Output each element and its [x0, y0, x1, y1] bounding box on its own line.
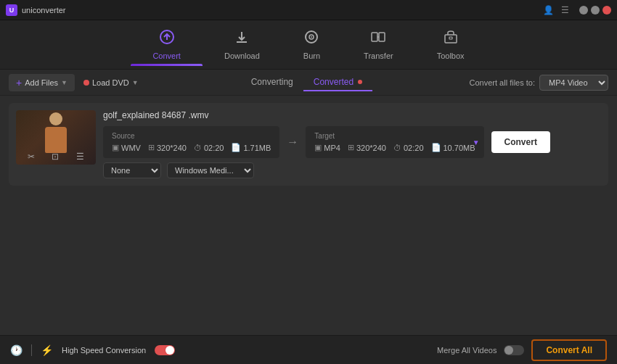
merge-toggle-knob — [504, 346, 513, 355]
target-file-icon: 📄 — [431, 143, 441, 152]
nav-item-burn[interactable]: Burn — [282, 23, 342, 66]
bottom-right: Merge All Videos Convert All — [437, 339, 607, 361]
target-resolution-icon: ⊞ — [348, 143, 354, 152]
nav-item-transfer[interactable]: Transfer — [342, 23, 415, 66]
svg-point-3 — [311, 36, 312, 38]
nav-label-download: Download — [224, 51, 260, 60]
title-bar: U uniconverter 👤 ☰ — [0, 0, 617, 20]
effects-icon[interactable]: ☰ — [76, 152, 84, 162]
window-controls — [579, 6, 611, 15]
nav-item-convert[interactable]: Convert — [131, 23, 203, 66]
dvd-dot-icon — [83, 80, 89, 86]
converted-dot — [358, 80, 362, 84]
target-duration: ⏱ 02:20 — [393, 144, 424, 152]
tab-converting[interactable]: Converting — [241, 74, 303, 91]
file-icon: 📄 — [231, 143, 241, 152]
target-format-icon: ▣ — [314, 143, 322, 152]
source-box: Source ▣ WMV ⊞ 320*240 ⏱ 02:20 — [103, 126, 279, 158]
clock-icon: ⏱ — [194, 144, 202, 152]
source-duration: ⏱ 02:20 — [194, 144, 224, 152]
source-label: Source — [112, 132, 271, 140]
maximize-button[interactable] — [591, 6, 600, 15]
tab-converted[interactable]: Converted — [303, 74, 373, 91]
transfer-icon — [370, 29, 386, 49]
merge-label: Merge All Videos — [437, 346, 497, 355]
arrow-icon: → — [287, 136, 298, 149]
toolbox-icon — [443, 29, 459, 49]
bottom-left: 🕐 ⚡ High Speed Conversion — [10, 344, 175, 356]
file-name: golf_explained 84687 .wmv — [103, 110, 601, 120]
divider — [31, 344, 32, 356]
nav-label-convert: Convert — [152, 51, 181, 60]
user-icon[interactable]: 👤 — [543, 5, 554, 15]
convert-button[interactable]: Convert — [491, 131, 550, 153]
download-icon — [234, 29, 250, 49]
close-button[interactable] — [602, 6, 611, 15]
load-dvd-button[interactable]: Load DVD ▼ — [78, 75, 144, 90]
resolution-icon: ⊞ — [148, 143, 155, 152]
target-format: ▣ MP4 — [314, 143, 340, 152]
file-info: golf_explained 84687 .wmv Source ▣ WMV ⊞… — [103, 110, 601, 178]
title-bar-right: 👤 ☰ — [543, 5, 611, 15]
nav-item-toolbox[interactable]: Toolbox — [415, 23, 486, 66]
nav-label-burn: Burn — [303, 51, 320, 60]
thumbnail-tools: ✂ ⊡ ☰ — [16, 152, 96, 162]
thumbnail: ✂ ⊡ ☰ — [16, 110, 96, 165]
speed-toggle[interactable] — [155, 345, 175, 355]
svg-rect-7 — [449, 37, 452, 39]
target-label: Target — [314, 132, 475, 140]
schedule-icon[interactable]: 🕐 — [10, 344, 23, 356]
nav-label-transfer: Transfer — [364, 51, 393, 60]
title-bar-left: U uniconverter — [6, 4, 66, 16]
nav-item-download[interactable]: Download — [203, 23, 282, 66]
crop-icon[interactable]: ⊡ — [52, 152, 59, 162]
menu-icon[interactable]: ☰ — [561, 5, 569, 15]
format-select[interactable]: MP4 Video MOV Video AVI Video MKV Video — [539, 75, 608, 91]
main-content: ✂ ⊡ ☰ golf_explained 84687 .wmv Source ▣… — [0, 96, 617, 335]
add-files-button[interactable]: + Add Files ▼ — [9, 74, 75, 91]
svg-rect-5 — [379, 33, 385, 41]
add-files-chevron: ▼ — [61, 79, 68, 86]
minimize-button[interactable] — [579, 6, 588, 15]
source-format: ▣ WMV — [112, 143, 141, 152]
app-name: uniconverter — [22, 6, 66, 15]
burn-icon — [303, 29, 319, 49]
convert-all-to: Convert all files to: MP4 Video MOV Vide… — [470, 75, 608, 91]
source-resolution: ⊞ 320*240 — [148, 143, 187, 152]
target-size: 📄 10.70MB — [431, 143, 475, 152]
target-props: ▣ MP4 ⊞ 320*240 ⏱ 02:20 📄 — [314, 143, 475, 152]
source-props: ▣ WMV ⊞ 320*240 ⏱ 02:20 📄 — [112, 143, 271, 152]
format-icon: ▣ — [112, 143, 119, 152]
target-clock-icon: ⏱ — [393, 144, 401, 152]
nav-label-toolbox: Toolbox — [437, 51, 465, 60]
source-target-row: Source ▣ WMV ⊞ 320*240 ⏱ 02:20 — [103, 126, 601, 158]
load-dvd-chevron: ▼ — [132, 79, 139, 86]
target-dropdown-arrow[interactable]: ▼ — [473, 138, 480, 146]
svg-rect-4 — [372, 33, 377, 41]
nav-bar: Convert Download Burn Tran — [0, 20, 617, 70]
none-select[interactable]: None — [103, 162, 161, 178]
target-resolution: ⊞ 320*240 — [348, 143, 386, 152]
app-logo: U — [6, 4, 17, 16]
plus-icon: + — [16, 77, 22, 88]
convert-all-button[interactable]: Convert All — [531, 339, 607, 361]
toolbar: + Add Files ▼ Load DVD ▼ Converting Conv… — [0, 70, 617, 96]
cut-icon[interactable]: ✂ — [28, 152, 35, 162]
merge-toggle[interactable] — [504, 345, 524, 355]
toggle-knob — [166, 346, 174, 355]
target-box: Target ▣ MP4 ⊞ 320*240 ⏱ 02:20 — [306, 126, 483, 158]
tab-group: Converting Converted — [241, 74, 373, 91]
speed-icon: ⚡ — [41, 344, 53, 356]
windows-media-select[interactable]: Windows Medi... — [167, 162, 254, 178]
file-item: ✂ ⊡ ☰ golf_explained 84687 .wmv Source ▣… — [9, 103, 608, 186]
source-size: 📄 1.71MB — [231, 143, 271, 152]
convert-icon — [159, 29, 175, 49]
speed-label: High Speed Conversion — [62, 346, 146, 355]
bottom-bar: 🕐 ⚡ High Speed Conversion Merge All Vide… — [0, 335, 617, 364]
bottom-dropdowns: None Windows Medi... — [103, 162, 601, 178]
